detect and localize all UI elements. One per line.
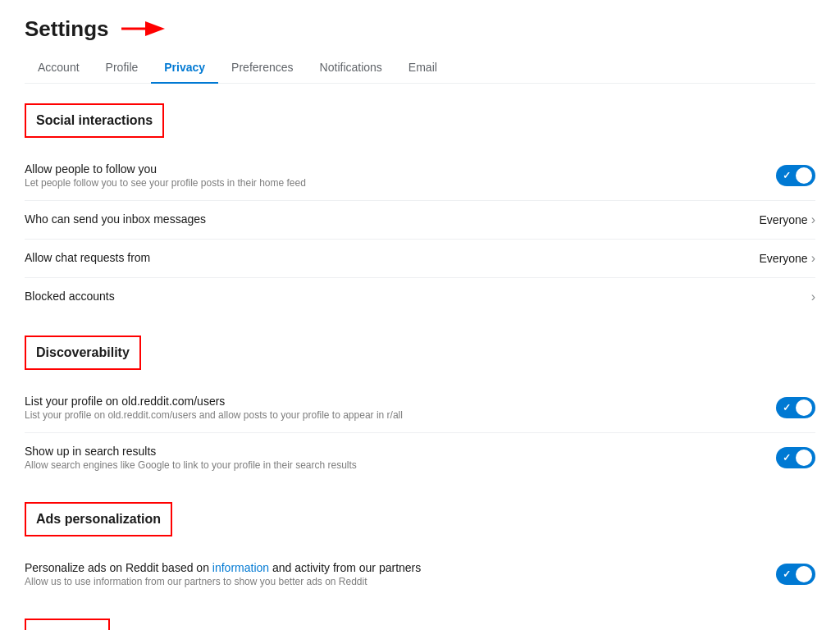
search-results-title: Show up in search results [25,445,733,458]
toggle-checkmark: ✓ [783,402,791,413]
setting-chat-requests[interactable]: Allow chat requests from Everyone › [25,240,815,278]
list-profile-title: List your profile on old.reddit.com/user… [25,395,733,408]
chevron-right-icon: › [811,212,815,227]
setting-personalize-ads: Personalize ads on Reddit based on infor… [25,550,815,599]
personalize-ads-desc: Allow us to use information from our par… [25,576,733,587]
inbox-messages-label: Everyone [760,213,808,226]
chat-requests-title: Allow chat requests from [25,251,733,264]
section-discoverability: Discoverability List your profile on old… [25,336,815,482]
page-title: Settings [25,16,109,42]
toggle-checkmark: ✓ [783,170,791,181]
chat-requests-value[interactable]: Everyone › [733,251,815,266]
setting-blocked-accounts[interactable]: Blocked accounts › [25,278,815,316]
allow-follow-desc: Let people follow you to see your profil… [25,177,733,189]
personalize-ads-title: Personalize ads on Reddit based on infor… [25,561,733,574]
tab-privacy[interactable]: Privacy [151,52,218,84]
list-profile-desc: List your profile on old.reddit.com/user… [25,409,733,421]
arrow-annotation [117,16,167,46]
chat-requests-label: Everyone [760,252,808,265]
setting-list-profile: List your profile on old.reddit.com/user… [25,383,815,433]
section-social-header: Social interactions [25,103,164,138]
section-discoverability-header: Discoverability [25,336,141,370]
tab-account[interactable]: Account [25,52,93,84]
search-results-desc: Allow search engines like Google to link… [25,459,733,471]
setting-inbox-messages[interactable]: Who can send you inbox messages Everyone… [25,201,815,240]
list-profile-toggle[interactable]: ✓ [776,397,815,418]
toggle-checkmark: ✓ [783,568,791,580]
setting-search-results: Show up in search results Allow search e… [25,433,815,482]
section-ads-personalization: Ads personalization Personalize ads on R… [25,502,815,599]
setting-allow-follow: Allow people to follow you Let people fo… [25,151,815,201]
inbox-messages-title: Who can send you inbox messages [25,212,733,226]
allow-follow-toggle[interactable]: ✓ [776,165,815,186]
settings-tabs: Account Profile Privacy Preferences Noti… [25,52,815,84]
chevron-right-icon: › [811,251,815,266]
section-advanced: Advanced Third-party app authorizations … [25,619,815,630]
allow-follow-title: Allow people to follow you [25,162,733,176]
page-header: Settings [25,16,815,46]
section-ads-header: Ads personalization [25,502,172,536]
personalize-ads-toggle[interactable]: ✓ [776,564,815,585]
section-advanced-header: Advanced [25,619,110,630]
chevron-right-icon: › [811,290,815,304]
toggle-checkmark: ✓ [783,452,791,463]
tab-notifications[interactable]: Notifications [307,52,395,84]
blocked-accounts-title: Blocked accounts [25,290,733,303]
search-results-toggle[interactable]: ✓ [776,447,815,468]
inbox-messages-value[interactable]: Everyone › [733,212,815,227]
tab-email[interactable]: Email [395,52,450,84]
tab-preferences[interactable]: Preferences [218,52,306,84]
section-social-interactions: Social interactions Allow people to foll… [25,103,815,316]
information-link[interactable]: information [212,561,269,574]
tab-profile[interactable]: Profile [93,52,152,84]
